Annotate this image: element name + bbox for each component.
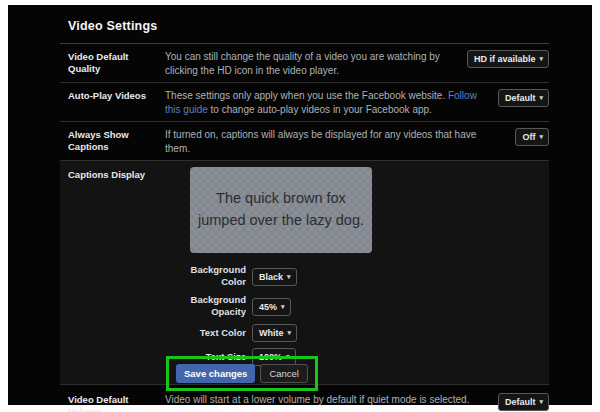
auto-play-videos-label: Auto-Play Videos xyxy=(68,88,165,102)
video-default-quality-description: You can still change the quality of a vi… xyxy=(165,49,467,77)
row-video-default-quality: Video Default Quality You can still chan… xyxy=(60,44,549,83)
text-color-label: Text Color xyxy=(182,327,246,339)
dropdown-value: Default xyxy=(505,397,536,407)
page-title: Video Settings xyxy=(68,19,157,33)
label-text: Always Show Captions xyxy=(68,129,130,154)
background-color-row: Background Color Black ▾ xyxy=(182,264,297,289)
dropdown-value: White xyxy=(259,328,284,338)
background-opacity-row: Background Opacity 45% ▾ xyxy=(182,294,297,319)
highlight-annotation: Save changes Cancel xyxy=(166,356,318,391)
captions-preview-text: The quick brown fox jumped over the lazy… xyxy=(197,188,365,232)
video-default-volume-label: Video Default Volume xyxy=(68,392,165,412)
caret-down-icon: ▾ xyxy=(539,55,543,63)
description-text: These settings only apply when you use t… xyxy=(165,90,448,101)
caret-down-icon: ▾ xyxy=(539,398,543,406)
text-color-row: Text Color White ▾ xyxy=(182,323,297,342)
always-show-captions-description: If turned on, captions will always be di… xyxy=(165,127,515,155)
video-default-volume-description: Video will start at a lower volume by de… xyxy=(165,392,498,407)
video-default-volume-dropdown[interactable]: Default ▾ xyxy=(498,393,549,411)
cancel-button[interactable]: Cancel xyxy=(260,364,308,383)
background-color-dropdown[interactable]: Black ▾ xyxy=(252,268,297,286)
always-show-captions-dropdown[interactable]: Off ▾ xyxy=(515,128,549,146)
dropdown-value: Black xyxy=(259,272,283,282)
auto-play-videos-dropdown[interactable]: Default ▾ xyxy=(498,89,549,107)
settings-content: Video Settings Video Default Quality You… xyxy=(60,5,549,412)
video-settings-panel: Video Settings Video Default Quality You… xyxy=(8,5,592,405)
caret-down-icon: ▾ xyxy=(287,273,291,281)
caret-down-icon: ▾ xyxy=(288,329,292,337)
caret-down-icon: ▾ xyxy=(539,133,543,141)
video-default-quality-dropdown[interactable]: HD if available ▾ xyxy=(467,50,549,68)
dropdown-value: Default xyxy=(505,93,536,103)
caret-down-icon: ▾ xyxy=(281,303,285,311)
save-changes-button[interactable]: Save changes xyxy=(176,364,255,383)
background-color-label: Background Color xyxy=(182,264,246,289)
background-opacity-label: Background Opacity xyxy=(182,294,246,319)
auto-play-videos-description: These settings only apply when you use t… xyxy=(165,88,498,116)
description-text: to change auto-play videos in your Faceb… xyxy=(208,104,432,115)
text-color-dropdown[interactable]: White ▾ xyxy=(252,324,297,342)
background-opacity-dropdown[interactable]: 45% ▾ xyxy=(252,298,291,316)
captions-display-section: Captions Display The quick brown fox jum… xyxy=(60,161,549,385)
captions-display-label: Captions Display xyxy=(68,169,145,180)
always-show-captions-label: Always Show Captions xyxy=(68,127,165,154)
dropdown-value: HD if available xyxy=(474,54,536,64)
caret-down-icon: ▾ xyxy=(539,94,543,102)
captions-preview: The quick brown fox jumped over the lazy… xyxy=(190,167,372,253)
row-always-show-captions: Always Show Captions If turned on, capti… xyxy=(60,122,549,161)
dropdown-value: 45% xyxy=(259,302,277,312)
video-default-quality-label: Video Default Quality xyxy=(68,49,165,76)
title-bar: Video Settings xyxy=(60,5,549,44)
dropdown-value: Off xyxy=(522,132,535,142)
row-auto-play-videos: Auto-Play Videos These settings only app… xyxy=(60,83,549,122)
